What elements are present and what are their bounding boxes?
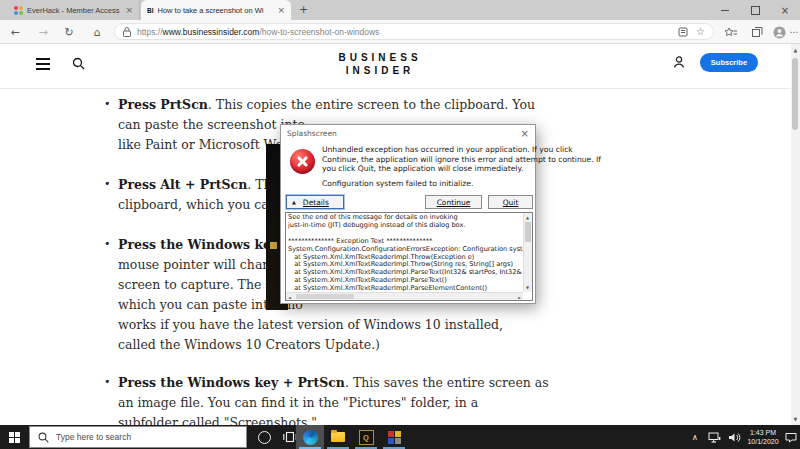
error-dialog: Splashscreen × Unhandled exception has o… [280,124,536,304]
volume-icon[interactable] [724,425,744,449]
bullet-icon: • [104,237,111,250]
quit-label: Quit [503,198,519,207]
bullet-icon: • [104,177,111,190]
reading-list-icon[interactable] [678,27,688,37]
exception-details-text: See the end of this message for details … [288,214,533,293]
taskbar: Type here to search Q [0,425,800,449]
bullet-icon: • [104,97,111,110]
scroll-up-icon[interactable]: ▲ [791,47,800,53]
new-tab-button[interactable]: + [299,4,308,15]
home-button[interactable]: ⌂ [88,20,106,44]
profile-avatar[interactable] [770,20,788,44]
close-icon: × [781,5,789,16]
joomla-favicon-icon [14,6,23,15]
task-view-icon [283,431,297,443]
cortana-button[interactable] [251,425,277,449]
collections-icon[interactable] [748,20,766,44]
scroll-down-icon[interactable]: ▼ [526,285,529,290]
details-vertical-scrollbar[interactable]: ▲ ▼ [523,213,532,292]
action-center-icon [785,432,797,443]
start-button[interactable] [0,425,28,449]
app-q-icon: Q [359,430,374,445]
file-explorer-icon [331,432,345,442]
dialog-message-secondary: Configuration system failed to initializ… [322,179,473,188]
url-scheme: https:// [137,27,163,37]
dialog-message: Unhandled exception has occurred in your… [322,145,532,174]
clock-date: 10/1/2020 [747,437,778,446]
error-icon [290,149,315,174]
search-placeholder: Type here to search [56,432,131,442]
quit-button[interactable]: Quit [488,195,533,209]
url-domain: www.businessinsider.com [163,27,260,37]
bullet-icon: • [104,375,111,388]
dialog-close-icon[interactable]: × [521,128,529,139]
scroll-up-icon[interactable]: ▲ [526,215,529,220]
bullet-text: an image file. You can find it in the "P… [118,394,549,414]
bullet-text: . This saves the entire screen as [345,375,549,390]
tab-close-icon[interactable]: × [277,6,285,15]
scroll-left-icon[interactable]: ◄ [288,295,291,300]
bullet-text: . This copies the entire screen to the c… [208,97,535,112]
scroll-down-icon[interactable]: ▼ [791,416,800,422]
dialog-title-bar[interactable]: Splashscreen × [281,125,535,141]
cortana-icon [258,431,271,444]
tab-title: How to take a screenshot on Wi [158,6,274,15]
bullet-bold: Press PrtScn [118,97,208,112]
taskbar-search-input[interactable]: Type here to search [29,426,247,448]
network-icon[interactable] [704,425,724,449]
continue-label: Continue [437,198,471,207]
taskbar-app-q-button[interactable]: Q [352,425,380,449]
favorites-bar-icon[interactable] [722,20,740,44]
taskbar-clock[interactable]: 1:43 PM 10/1/2020 [744,425,782,449]
add-favorite-star-icon[interactable]: ☆ [696,26,705,37]
details-label: Details [303,198,329,207]
minimize-icon [721,10,729,11]
bi-favicon-icon: BI [147,7,154,14]
taskbar-edge-button[interactable] [296,425,324,449]
minimize-button[interactable] [710,0,740,20]
bullet-text: works if you have the latest version of … [118,316,503,336]
refresh-button[interactable]: ↻ [60,20,78,44]
url-path: /how-to-screenshot-on-windows [259,27,379,37]
scrollbar-thumb[interactable] [296,294,354,299]
back-button[interactable]: ← [6,20,24,44]
details-horizontal-scrollbar[interactable]: ◄ ► [286,292,523,300]
image-detail [270,242,277,249]
bullet-bold: Press Alt + PrtScn [118,177,247,192]
scrollbar-thumb[interactable] [525,222,531,242]
tab-article[interactable]: BI How to take a screenshot on Wi × [141,0,291,20]
maximize-button[interactable] [740,0,770,20]
close-window-button[interactable]: × [770,0,800,20]
tray-chevron-icon[interactable]: ∧ [686,425,704,449]
tab-close-icon[interactable]: × [125,6,133,15]
tab-title: EverHack - Member Access [27,6,121,15]
desktop-screen: EverHack - Member Access × BI How to tak… [0,0,800,449]
collapse-arrow-icon: ▲ [292,199,296,205]
taskbar-app-colorful-button[interactable] [380,425,408,449]
bullet-text: called the Windows 10 Creators Update.) [118,336,503,356]
exception-details-box[interactable]: See the end of this message for details … [285,212,533,301]
colorful-app-icon [388,431,401,444]
search-icon [38,432,49,443]
details-button[interactable]: ▲ Details [286,195,344,209]
clock-time: 1:43 PM [747,428,778,437]
lock-icon [123,27,131,37]
windows-logo-icon [9,432,20,443]
forward-button[interactable]: → [34,20,52,44]
dialog-title: Splashscreen [287,129,521,138]
tab-everhack[interactable]: EverHack - Member Access × [8,0,140,20]
edge-icon [303,430,318,445]
page-scrollbar[interactable]: ▲ ▼ [791,44,800,425]
bullet-bold: Press the Windows key + PrtScn [118,375,345,390]
browser-tab-strip: EverHack - Member Access × BI How to tak… [0,0,800,20]
action-center-button[interactable] [782,425,800,449]
scrollbar-thumb[interactable] [792,58,798,130]
window-controls: × [710,0,800,20]
url-bar[interactable]: https://www.businessinsider.com/how-to-s… [114,23,714,40]
scroll-right-icon[interactable]: ► [518,295,521,300]
settings-menu-icon[interactable]: ⋯ [788,20,800,44]
browser-toolbar: ← → ↻ ⌂ https://www.businessinsider.com/… [0,20,800,44]
maximize-icon [751,6,760,15]
taskbar-file-explorer-button[interactable] [324,425,352,449]
continue-button[interactable]: Continue [425,195,482,209]
